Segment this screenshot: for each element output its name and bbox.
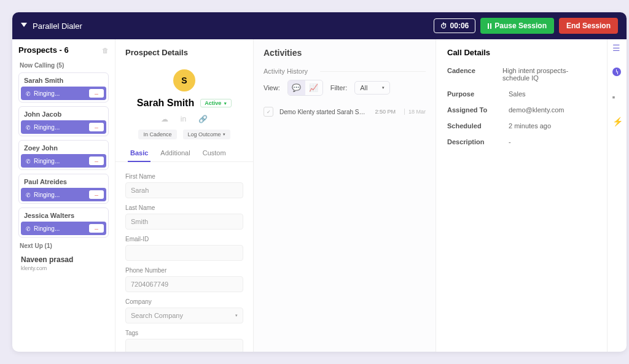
delete-icon[interactable]: 🗑 xyxy=(102,47,109,54)
tab-additional[interactable]: Additional xyxy=(154,144,196,161)
pause-session-button[interactable]: Pause Session xyxy=(480,18,554,34)
cadence-chip: In Cadence xyxy=(138,130,176,139)
tags-input[interactable] xyxy=(125,339,243,352)
tab-custom[interactable]: Custom xyxy=(197,144,232,161)
hangup-button[interactable]: ⏤ xyxy=(89,89,104,98)
email-input[interactable] xyxy=(125,245,243,261)
hangup-button[interactable]: ⏤ xyxy=(89,224,104,233)
view-toggle: 💬 📈 xyxy=(287,80,323,96)
phone-icon xyxy=(26,158,31,165)
linkedin-icon[interactable]: in xyxy=(181,115,186,123)
filter-select[interactable]: All▾ xyxy=(354,81,390,95)
next-up-label: Next Up (1) xyxy=(20,242,107,249)
phone-input[interactable] xyxy=(125,276,243,292)
phone-icon xyxy=(26,124,31,131)
end-session-button[interactable]: End Session xyxy=(559,18,618,34)
list-icon[interactable]: ☰ xyxy=(612,43,622,53)
call-details-title: Call Details xyxy=(447,48,596,57)
activities-title: Activities xyxy=(264,48,426,58)
chevron-down-icon: ▼ xyxy=(223,101,227,106)
clock-icon xyxy=(440,21,447,30)
session-timer: 00:06 xyxy=(434,18,476,33)
side-rail: ☰ ▪ ⚡ xyxy=(607,39,627,352)
prospect-details-column: Prospect Details S Sarah Smith Active▼ ☁… xyxy=(115,39,254,352)
last-name-input[interactable] xyxy=(125,214,243,230)
company-select[interactable]: Search Company▾ xyxy=(125,308,243,323)
activity-history-label: Activity History xyxy=(264,68,426,75)
next-up-card[interactable]: Naveen prasad klenty.com xyxy=(18,253,109,274)
log-outcome-button[interactable]: Log Outcome▾ xyxy=(183,130,230,139)
prospects-title: Prospects - 6 xyxy=(18,45,69,55)
phone-icon xyxy=(26,192,31,198)
phone-icon xyxy=(26,225,31,232)
view-chat-button[interactable]: 💬 xyxy=(288,80,305,95)
hangup-button[interactable]: ⏤ xyxy=(89,190,104,199)
topbar: Parallel Dialer 00:06 Pause Session End … xyxy=(12,12,627,39)
tab-basic[interactable]: Basic xyxy=(124,144,154,161)
activities-column: Activities Activity History View: 💬 📈 Fi… xyxy=(254,39,436,352)
prospect-card[interactable]: Zoey John Ringing...⏤ xyxy=(18,140,109,170)
phone-icon xyxy=(26,90,31,97)
app-title: Parallel Dialer xyxy=(33,21,82,31)
status-pill[interactable]: Active▼ xyxy=(200,99,232,107)
clock-icon[interactable] xyxy=(612,68,622,77)
bolt-icon[interactable]: ⚡ xyxy=(612,117,622,126)
cloud-icon[interactable]: ☁ xyxy=(161,115,168,123)
avatar: S xyxy=(173,69,195,91)
view-timeline-button[interactable]: 📈 xyxy=(305,80,322,95)
prospect-card[interactable]: John Jacob Ringing...⏤ xyxy=(18,106,109,136)
activity-type-icon: ✓ xyxy=(264,107,273,117)
prospect-card[interactable]: Paul Atreides Ringing...⏤ xyxy=(18,174,109,204)
hangup-button[interactable]: ⏤ xyxy=(89,123,104,131)
prospect-card[interactable]: Jessica Walters Ringing...⏤ xyxy=(18,207,109,238)
prospect-name: Sarah Smith xyxy=(137,98,194,109)
prospects-column: Prospects - 6 🗑 Now Calling (5) Sarah Sm… xyxy=(12,39,115,352)
call-details-column: Call Details CadenceHigh intent prospect… xyxy=(436,39,627,352)
link-icon[interactable]: 🔗 xyxy=(198,115,208,123)
activity-row[interactable]: ✓ Demo Klenty started Sarah Smit... 2:50… xyxy=(254,102,436,122)
details-title: Prospect Details xyxy=(125,48,243,57)
note-icon[interactable]: ▪ xyxy=(612,92,622,102)
hangup-button[interactable]: ⏤ xyxy=(89,157,104,165)
now-calling-label: Now Calling (5) xyxy=(20,62,107,69)
first-name-input[interactable] xyxy=(125,182,243,198)
prospect-card[interactable]: Sarah Smith Ringing...⏤ xyxy=(18,72,109,103)
dialer-icon xyxy=(21,23,28,29)
pause-icon xyxy=(488,23,491,29)
